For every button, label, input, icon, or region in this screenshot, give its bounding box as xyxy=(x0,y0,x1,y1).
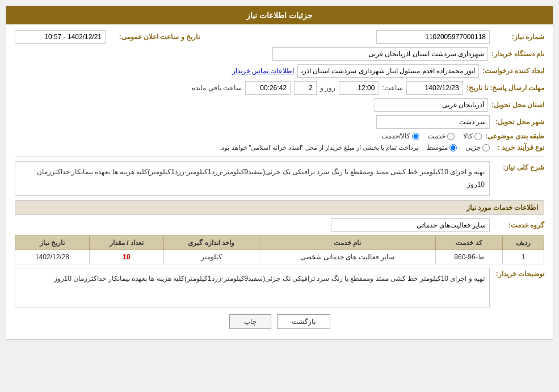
cell-unit: کیلومتر xyxy=(163,250,259,264)
purchase-type-radio-motavaset[interactable] xyxy=(449,144,457,151)
back-button[interactable]: بازگشت xyxy=(277,314,330,329)
buyer-description-box: تهیه و اجرای 10کیلومتر خط کشی ممتد وممقط… xyxy=(15,268,490,307)
purchase-type-row: جزیی متوسط پرداخت تمام یا بخشی از مبلغ خ… xyxy=(220,144,490,151)
service-group-label: گروه خدمت: xyxy=(493,221,544,229)
purchase-type-label-motavaset: متوسط xyxy=(427,144,448,151)
remaining-label: ساعت باقی مانده xyxy=(192,84,242,92)
service-group-input xyxy=(331,218,490,232)
response-days-label: روز و xyxy=(320,84,335,92)
category-radio-kala[interactable] xyxy=(474,133,482,140)
response-deadline-label: مهلت ارسال پاسخ: تا تاریخ: xyxy=(466,84,544,92)
response-date-input xyxy=(406,81,463,95)
col-service-name: نام خدمت xyxy=(259,236,436,250)
category-label-khedmat: خدمت xyxy=(428,132,445,140)
page-header: جزئیات اطلاعات نیاز xyxy=(6,6,553,24)
city-input xyxy=(376,115,490,129)
creator-input xyxy=(297,64,479,78)
purchase-type-label-jozi: جزیی xyxy=(465,144,481,151)
cell-quantity: 10 xyxy=(89,250,163,264)
buyer-name-input xyxy=(272,47,488,61)
col-service-code: کد خدمت xyxy=(436,236,503,250)
province-label: استان محل تحویل: xyxy=(491,101,544,109)
category-label: طبقه بندی موضوعی: xyxy=(485,132,544,140)
response-days-input xyxy=(294,81,317,95)
col-unit: واحد اندازه گیری xyxy=(163,236,259,250)
purchase-type-radio-jozi[interactable] xyxy=(482,144,490,151)
response-time-input xyxy=(339,81,379,95)
category-label-kala: کالا xyxy=(463,132,473,140)
purchase-type-motavaset[interactable]: متوسط xyxy=(427,144,457,151)
category-radio-khedmat[interactable] xyxy=(447,133,455,140)
col-row: ردیف xyxy=(502,236,544,250)
need-description-label: شرح کلی نیاز: xyxy=(493,163,544,171)
category-option-kala-khedmat[interactable]: کالا/خدمت xyxy=(381,132,419,140)
services-table: ردیف کد خدمت نام خدمت واحد اندازه گیری ت… xyxy=(15,235,544,264)
category-radio-kala-khedmat[interactable] xyxy=(412,133,419,140)
category-label-kala-khedmat: کالا/خدمت xyxy=(381,132,410,140)
need-number-input xyxy=(376,30,490,44)
category-radio-group: کالا خدمت کالا/خدمت xyxy=(381,132,482,140)
buyer-name-label: نام دستگاه خریدار: xyxy=(491,50,544,58)
cell-row: 1 xyxy=(502,250,544,264)
print-button[interactable]: چاپ xyxy=(229,314,271,329)
services-info-title: اطلاعات خدمات مورد نیاز xyxy=(15,200,544,215)
creator-contact-link[interactable]: اطلاعات تماس خریدار xyxy=(232,67,295,75)
purchase-type-label: نوع فرآیند خرید : xyxy=(493,144,544,151)
need-number-label: شماره نیاز: xyxy=(493,33,544,41)
cell-date: 1402/12/28 xyxy=(15,250,90,264)
category-option-kala[interactable]: کالا xyxy=(463,132,482,140)
announcement-datetime-label: تاریخ و ساعت اعلان عمومی: xyxy=(109,33,200,41)
purchase-note: پرداخت تمام یا بخشی از مبلغ خریدار از مح… xyxy=(220,144,418,151)
response-time-label: ساعت: xyxy=(382,84,402,92)
province-input xyxy=(375,98,488,112)
announcement-datetime-input xyxy=(15,30,106,44)
col-quantity: تعداد / مقدار xyxy=(89,236,163,250)
col-date: تاریخ نیاز xyxy=(15,236,90,250)
cell-service-code: ط-96-960 xyxy=(436,250,503,264)
city-label: شهر محل تحویل: xyxy=(493,118,544,126)
remaining-time-input xyxy=(245,81,291,95)
purchase-type-jozi[interactable]: جزیی xyxy=(465,144,490,151)
category-option-khedmat[interactable]: خدمت xyxy=(428,132,455,140)
need-description-box: تهیه و اجرای 10کیلومتر خط کشی ممتد وممقط… xyxy=(15,161,490,196)
buyer-description-label: توضیحات خریدار: xyxy=(493,270,544,278)
buttons-row: بازگشت چاپ xyxy=(15,314,544,329)
cell-service-name: سایر فعالیت های خدماتی شخصی xyxy=(259,250,436,264)
table-row: 1 ط-96-960 سایر فعالیت های خدماتی شخصی ک… xyxy=(15,250,544,264)
creator-label: ایجاد کننده درخواست: xyxy=(482,67,544,75)
